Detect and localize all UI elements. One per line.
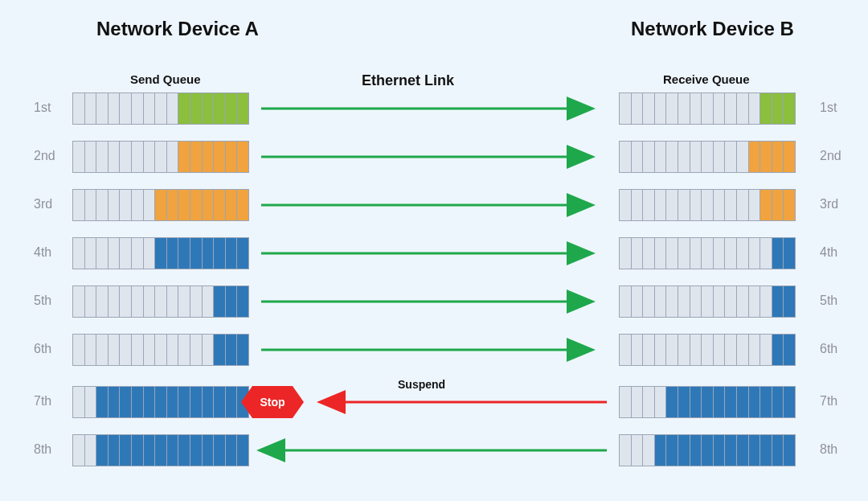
queue-cell xyxy=(725,435,737,466)
queue-cell xyxy=(749,286,761,317)
queue-cell xyxy=(737,435,749,466)
queue-cell xyxy=(144,435,156,466)
queue-cell xyxy=(643,435,655,466)
queue-cell xyxy=(144,238,156,269)
stop-sign: Stop xyxy=(241,386,304,418)
receive-queue xyxy=(619,334,796,366)
queue-cell xyxy=(214,142,226,172)
queue-cell xyxy=(772,387,784,417)
queue-cell xyxy=(784,142,795,172)
queue-cell xyxy=(237,142,248,172)
queue-cell xyxy=(178,93,190,124)
queue-cell xyxy=(714,387,726,417)
suspend-label: Suspend xyxy=(398,378,445,391)
queue-cell xyxy=(214,190,226,220)
queue-cell xyxy=(108,435,121,466)
queue-cell xyxy=(214,387,226,417)
queue-cell xyxy=(737,93,749,124)
queue-cell xyxy=(690,387,702,417)
queue-cell xyxy=(749,238,761,269)
queue-cell xyxy=(108,238,121,269)
queue-cell xyxy=(737,238,749,269)
queue-cell xyxy=(178,387,190,417)
receive-queue-label: Receive Queue xyxy=(663,72,750,86)
queue-cell xyxy=(132,93,144,124)
queue-cell xyxy=(725,335,737,365)
queue-cell xyxy=(643,142,655,172)
queue-cell xyxy=(203,93,215,124)
queue-cell xyxy=(144,190,156,220)
queue-cell xyxy=(167,142,179,172)
queue-cell xyxy=(226,286,238,317)
queue-cell xyxy=(226,190,238,220)
send-queue-label: Send Queue xyxy=(130,72,201,86)
queue-cell xyxy=(620,435,632,466)
send-queue xyxy=(72,237,249,269)
queue-cell xyxy=(690,435,702,466)
queue-cell xyxy=(214,238,226,269)
queue-cell xyxy=(620,238,632,269)
queue-cell xyxy=(749,93,761,124)
queue-cell xyxy=(190,93,203,124)
queue-cell xyxy=(784,190,795,220)
queue-cell xyxy=(85,142,97,172)
queue-cell xyxy=(760,93,772,124)
queue-cell xyxy=(772,190,784,220)
queue-cell xyxy=(108,93,121,124)
queue-cell xyxy=(690,238,702,269)
receive-queue xyxy=(619,285,796,318)
queue-row: 5th5th xyxy=(0,285,868,318)
queue-cell xyxy=(96,335,108,365)
queue-cell xyxy=(784,286,795,317)
queue-cell xyxy=(167,238,179,269)
device-a-title: Network Device A xyxy=(96,18,259,40)
queue-cell xyxy=(725,238,737,269)
queue-cell xyxy=(132,335,144,365)
send-queue xyxy=(72,434,249,466)
queue-cell xyxy=(144,387,156,417)
device-b-title: Network Device B xyxy=(631,18,794,40)
queue-cell xyxy=(737,286,749,317)
queue-cell xyxy=(678,190,690,220)
receive-queue xyxy=(619,386,796,418)
queue-cell xyxy=(155,286,167,317)
queue-cell xyxy=(690,93,702,124)
queue-cell xyxy=(666,93,678,124)
queue-cell xyxy=(73,435,85,466)
ordinal-left: 1st xyxy=(34,101,51,115)
ordinal-right: 7th xyxy=(820,394,837,409)
queue-cell xyxy=(73,190,85,220)
queue-cell xyxy=(203,435,215,466)
queue-cell xyxy=(73,335,85,365)
queue-cell xyxy=(96,142,108,172)
queue-cell xyxy=(73,286,85,317)
queue-cell xyxy=(666,335,678,365)
queue-cell xyxy=(714,93,726,124)
queue-cell xyxy=(167,190,179,220)
queue-cell xyxy=(655,190,667,220)
queue-cell xyxy=(237,286,248,317)
queue-cell xyxy=(749,190,761,220)
queue-cell xyxy=(155,238,167,269)
queue-cell xyxy=(655,286,667,317)
queue-cell xyxy=(772,93,784,124)
queue-cell xyxy=(620,190,632,220)
diagram-canvas: Network Device A Network Device B Send Q… xyxy=(0,0,868,501)
queue-cell xyxy=(760,335,772,365)
queue-cell xyxy=(203,190,215,220)
ordinal-left: 4th xyxy=(34,245,51,260)
ordinal-left: 8th xyxy=(34,442,51,457)
queue-cell xyxy=(96,190,108,220)
queue-cell xyxy=(690,142,702,172)
queue-cell xyxy=(85,238,97,269)
queue-cell xyxy=(108,190,121,220)
ordinal-right: 1st xyxy=(820,101,837,115)
queue-cell xyxy=(120,286,132,317)
queue-cell xyxy=(85,286,97,317)
queue-cell xyxy=(73,238,85,269)
queue-cell xyxy=(226,93,238,124)
queue-cell xyxy=(203,387,215,417)
queue-cell xyxy=(132,387,144,417)
queue-cell xyxy=(714,435,726,466)
send-queue xyxy=(72,386,249,418)
